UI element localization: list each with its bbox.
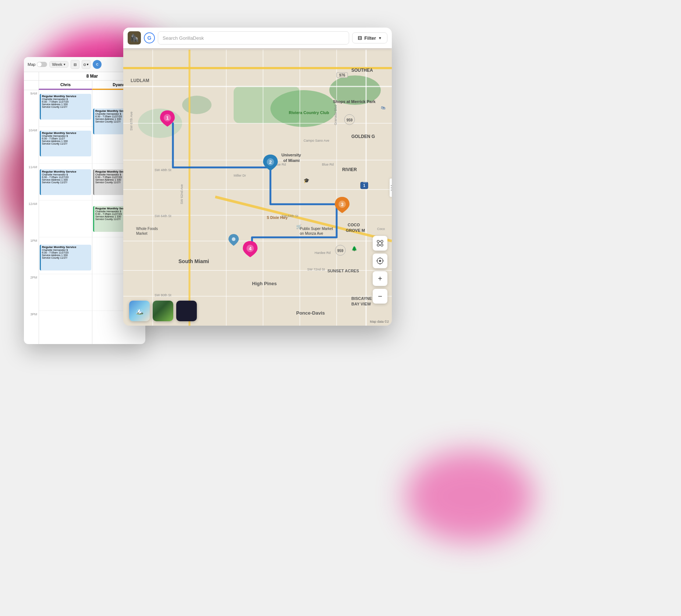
event-title-3: Regular Monthly Service: [42, 170, 90, 173]
event-address: Service Address 1 330: [42, 103, 90, 106]
svg-text:3: 3: [341, 202, 343, 207]
svg-point-84: [381, 244, 383, 246]
svg-point-2: [182, 96, 212, 114]
week-dropdown[interactable]: Week ▼: [49, 61, 68, 68]
svg-text:GOLDEN G: GOLDEN G: [351, 134, 375, 139]
filter-button[interactable]: ⊟ Filter ▼: [352, 32, 387, 43]
svg-text:959: 959: [337, 249, 344, 253]
chris-event-4[interactable]: Regular Monthly Service Charlotte Hernan…: [40, 245, 91, 270]
handle-dot-3: [391, 190, 392, 191]
filter-dropdown-icon: ▼: [378, 36, 382, 40]
layers-icon: ⊙: [83, 63, 86, 67]
event-county: Service County 11/27/: [42, 106, 90, 108]
gorilla-icon: 🦍: [130, 33, 139, 42]
event-address-3: Service Address 1 330: [42, 178, 90, 181]
svg-text:US: US: [363, 181, 367, 183]
map-controls: + −: [373, 236, 387, 304]
handle-dot-2: [391, 187, 392, 188]
svg-text:SW 80th St: SW 80th St: [155, 293, 171, 297]
map-header: 🦍 G Search GorillaDesk ⊟ Filter ▼: [123, 28, 392, 48]
time-1pm: 1PM: [24, 237, 39, 274]
svg-text:Whole Foods: Whole Foods: [136, 227, 158, 231]
svg-text:SOUTHEA: SOUTHEA: [351, 68, 373, 73]
location-button[interactable]: [373, 254, 387, 268]
svg-text:Miller Dr: Miller Dr: [234, 174, 246, 177]
svg-text:Riviera Country Club: Riviera Country Club: [289, 110, 329, 115]
time-10am: 10AM: [24, 127, 39, 164]
user-avatar[interactable]: C: [93, 60, 102, 69]
svg-text:🛍: 🛍: [381, 105, 385, 110]
svg-point-80: [232, 237, 235, 241]
layers-button[interactable]: ⊙ ▼: [82, 60, 91, 69]
hour-line-4: [39, 201, 92, 237]
svg-text:South Miami: South Miami: [178, 258, 209, 264]
zoom-in-button[interactable]: +: [373, 271, 387, 286]
event-time-2: 6:30 - 7:05am 11/27: [42, 137, 90, 140]
google-g-icon[interactable]: G: [144, 32, 155, 43]
route-optimize-button[interactable]: [373, 236, 387, 251]
hour-line-7: [39, 311, 92, 344]
time-column: 9AM 10AM 11AM 12AM 1PM 2PM 3PM: [24, 90, 39, 344]
thumbnail-satellite[interactable]: [153, 301, 173, 321]
search-bar[interactable]: Search GorillaDesk: [158, 31, 349, 45]
map-toggle[interactable]: Map: [28, 62, 47, 67]
svg-text:BISCAYNE: BISCAYNE: [351, 296, 372, 301]
zoom-out-button[interactable]: −: [373, 289, 387, 304]
svg-text:SUNSET ACRES: SUNSET ACRES: [327, 269, 359, 273]
map-svg: 959 959 976 1 US LUDLAM Riviera Country …: [123, 50, 392, 326]
svg-text:Publix Super Market: Publix Super Market: [300, 227, 333, 231]
time-12am: 12AM: [24, 201, 39, 237]
background-blob-3: [405, 450, 534, 542]
toggle-switch[interactable]: [37, 62, 47, 67]
svg-text:🎓: 🎓: [304, 177, 310, 184]
svg-point-82: [381, 240, 383, 242]
svg-text:Granada Blvd: Granada Blvd: [334, 105, 337, 125]
svg-text:Blue Rd: Blue Rd: [322, 163, 334, 166]
search-placeholder: Search GorillaDesk: [163, 35, 204, 41]
svg-text:Hardee Rd: Hardee Rd: [315, 251, 331, 255]
toggle-knob: [37, 62, 42, 67]
svg-text:976: 976: [339, 73, 345, 77]
thumbnail-location[interactable]: 🏔️: [129, 301, 150, 321]
svg-text:Shops at Merrick Park: Shops at Merrick Park: [333, 99, 376, 104]
staff-chris: Chris: [39, 81, 92, 90]
event-detail-3: Charlotte Hernandez $: [42, 173, 90, 176]
print-icon: ⊟: [74, 63, 77, 67]
svg-point-4: [270, 90, 337, 127]
event-detail-2: Charlotte Hernandez $: [42, 135, 90, 137]
svg-text:University: University: [281, 153, 301, 157]
thumbnail-icon-1: 🏔️: [135, 307, 143, 315]
thumbnail-dark[interactable]: [176, 301, 197, 321]
chris-event-1[interactable]: Regular Monthly Service Charlotte Hernan…: [40, 94, 91, 120]
hour-line-6: [39, 274, 92, 311]
svg-text:SW 48th St: SW 48th St: [155, 168, 171, 172]
event-title: Regular Monthly Service: [42, 95, 90, 98]
chris-event-3[interactable]: Regular Monthly Service Charlotte Hernan…: [40, 169, 91, 195]
zoom-out-icon: −: [378, 292, 382, 301]
zoom-in-icon: +: [378, 275, 382, 283]
chris-event-2[interactable]: Regular Monthly Service Charlotte Hernan…: [40, 131, 91, 156]
filter-icon: ⊟: [358, 35, 362, 41]
svg-text:on Monza Ave: on Monza Ave: [300, 231, 323, 236]
svg-text:SW 64th St: SW 64th St: [155, 214, 171, 218]
event-time: 6:30 - 7:05am 11/27/20: [42, 100, 90, 103]
event-county-3: Service County 11/27/: [42, 181, 90, 184]
map-window: 🦍 G Search GorillaDesk ⊟ Filter ▼: [123, 28, 392, 326]
time-3pm: 3PM: [24, 311, 39, 344]
svg-text:S Dixie Hwy: S Dixie Hwy: [267, 216, 288, 220]
svg-point-83: [377, 244, 379, 246]
svg-text:COCO: COCO: [348, 223, 360, 227]
svg-text:959: 959: [347, 118, 353, 122]
time-2pm: 2PM: [24, 274, 39, 311]
print-button[interactable]: ⊟: [71, 60, 79, 69]
svg-text:2: 2: [269, 159, 272, 165]
google-letter: G: [148, 35, 152, 41]
attribution-text: Map data ©2: [370, 320, 389, 323]
svg-text:RIVIER: RIVIER: [342, 167, 357, 172]
avatar-initials: C: [96, 63, 99, 66]
event-time-4: 6:30 - 7:05am 11/27/20: [42, 251, 90, 254]
svg-text:Ponce-Davis: Ponce-Davis: [296, 310, 325, 316]
location-icon: [376, 257, 384, 265]
svg-text:4: 4: [249, 246, 252, 251]
sidebar-handle[interactable]: [390, 178, 392, 197]
